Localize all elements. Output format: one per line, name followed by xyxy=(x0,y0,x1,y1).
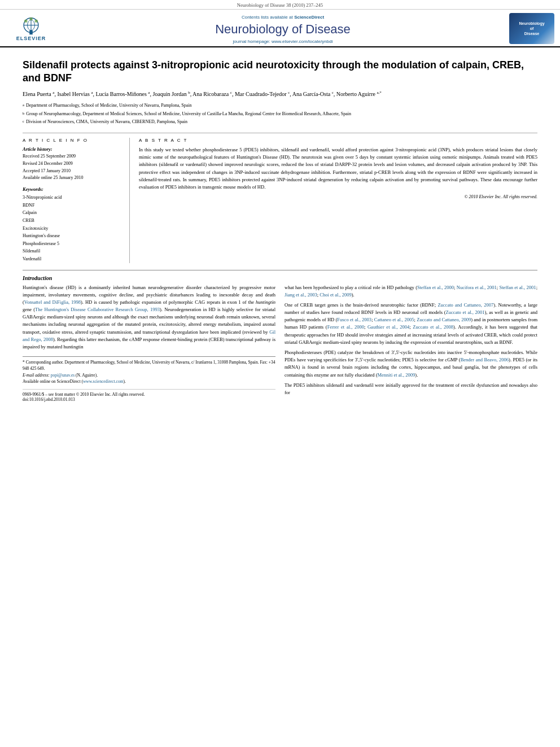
ref-gauthier[interactable]: Gauthier et al., 2004 xyxy=(368,324,409,330)
sciencedirect-link[interactable]: ScienceDirect xyxy=(294,15,324,20)
abstract-text: In this study we tested whether phosphod… xyxy=(139,146,537,191)
footnotes: * Corresponding author. Department of Ph… xyxy=(23,356,275,385)
ref-choi[interactable]: Choi et al., 2009 xyxy=(320,292,351,298)
ref-vonsattel[interactable]: Vonsattel and DiFiglia, 1998 xyxy=(24,299,81,305)
journal-citation: Neurobiology of Disease 38 (2010) 237–24… xyxy=(237,2,323,8)
footer-issn: 0969-9961/$ – see front matter © 2010 El… xyxy=(23,392,275,397)
intro-para-1: Huntington's disease (HD) is a dominantl… xyxy=(23,284,275,351)
elsevier-logo: ELSEVIER xyxy=(6,15,56,43)
keywords-list: 3-Nitropropionic acid BDNF Calpain CREB … xyxy=(23,194,124,263)
revised-date: Revised 24 December 2009 xyxy=(23,160,124,168)
footnote-corresponding: * Corresponding author. Department of Ph… xyxy=(23,359,275,372)
affiliations: a Department of Pharmacology, School of … xyxy=(23,102,537,127)
keyword-8: Sildenafil xyxy=(23,247,124,255)
body-right-text: what has been hypothesized to play a cri… xyxy=(285,284,537,396)
body-right-column: what has been hypothesized to play a cri… xyxy=(285,284,537,403)
keywords-title: Keywords: xyxy=(23,186,124,192)
ref-steffan-2001[interactable]: Steffan et al., 2001 xyxy=(500,285,536,290)
journal-center-header: Contents lists available at ScienceDirec… xyxy=(56,14,509,44)
body-text-columns: Huntington's disease (HD) is a dominantl… xyxy=(23,284,537,403)
footer-info: 0969-9961/$ – see front matter © 2010 El… xyxy=(23,389,275,402)
ref-zuccato-cattaneo-2009[interactable]: Zuccato and Cattaneo, 2009 xyxy=(417,317,471,322)
article-info-label: A R T I C L E I N F O xyxy=(23,138,124,143)
main-content: Sildenafil protects against 3-nitropropi… xyxy=(0,47,560,408)
abstract-label: A B S T R A C T xyxy=(139,138,537,143)
footnote-corresponding-text: Corresponding author. Department of Phar… xyxy=(23,360,275,371)
intro-para-right-3: Phosphodiesterases (PDE) catalyze the br… xyxy=(285,349,537,379)
article-info-abstract: A R T I C L E I N F O Article history: R… xyxy=(23,133,537,263)
ref-steffan-2000[interactable]: Steffan et al., 2000 xyxy=(417,285,454,290)
contents-label: Contents lists available at xyxy=(242,15,293,20)
ref-bender-beavo[interactable]: Bender and Beavo, 2006 xyxy=(461,357,509,362)
contents-available-text: Contents lists available at ScienceDirec… xyxy=(56,14,509,20)
ref-cattaneo[interactable]: Cattaneo et al., 2005 xyxy=(374,317,414,322)
elsevier-tree-icon xyxy=(14,16,48,36)
introduction-heading: Introduction xyxy=(23,275,537,281)
keyword-3: Calpain xyxy=(23,209,124,217)
ref-gil-rego[interactable]: Gil and Rego, 2008 xyxy=(23,329,275,342)
article-info-column: A R T I C L E I N F O Article history: R… xyxy=(23,138,130,263)
article-title: Sildenafil protects against 3-nitropropi… xyxy=(23,59,537,85)
footnote-star: * xyxy=(23,360,25,365)
ref-menniti[interactable]: Menniti et al., 2009 xyxy=(378,372,415,378)
intro-para-right-1: what has been hypothesized to play a cri… xyxy=(285,284,537,299)
affiliation-a: a Department of Pharmacology, School of … xyxy=(23,102,537,111)
available-online-date: Available online 25 January 2010 xyxy=(23,174,124,182)
body-left-text: Huntington's disease (HD) is a dominantl… xyxy=(23,284,275,351)
svg-point-6 xyxy=(29,18,33,21)
logo-neuro-text: Neurobiology of Disease xyxy=(519,21,544,36)
received-date: Received 25 September 2009 xyxy=(23,153,124,160)
sciencedirect-url[interactable]: www.sciencedirect.com xyxy=(83,379,124,384)
ref-zuccato-cattaneo-2007[interactable]: Zuccato and Cattaneo, 2007 xyxy=(438,302,493,308)
article-history-title: Article history: xyxy=(23,146,124,152)
accepted-date: Accepted 17 January 2010 xyxy=(23,168,124,175)
body-left-column: Huntington's disease (HD) is a dominantl… xyxy=(23,284,275,403)
intro-para-right-4: The PDE5 inhibitors sildenafil and varde… xyxy=(285,382,537,396)
ref-zuccato-2001[interactable]: Zuccato et al., 2001 xyxy=(446,309,485,315)
affiliation-c: c Division of Neurosciences, CIMA, Unive… xyxy=(23,119,537,127)
abstract-column: A B S T R A C T In this study we tested … xyxy=(139,138,537,263)
intro-para-right-2: One of CREB target genes is the brain-de… xyxy=(285,302,537,346)
keyword-9: Vardenafil xyxy=(23,255,124,263)
keyword-4: CREB xyxy=(23,217,124,225)
ref-zuccato-2008[interactable]: Zuccato et al., 2008 xyxy=(413,324,453,330)
ref-ferrer[interactable]: Ferrer et al., 2000 xyxy=(327,324,364,330)
journal-header: ELSEVIER Contents lists available at Sci… xyxy=(0,10,560,47)
copyright-notice: © 2010 Elsevier Inc. All rights reserved… xyxy=(139,194,537,199)
body-divider xyxy=(23,270,537,270)
ref-jiang[interactable]: Jiang et al., 2003 xyxy=(285,292,317,298)
footer-doi: doi:10.1016/j.nbd.2010.01.013 xyxy=(23,397,275,402)
keyword-7: Phosphodiesterase 5 xyxy=(23,240,124,248)
elsevier-label: ELSEVIER xyxy=(16,36,46,41)
journal-logo-right: Neurobiology of Disease xyxy=(509,13,554,44)
journal-title: Neurobiology of Disease xyxy=(56,22,509,37)
keyword-6: Huntington's disease xyxy=(23,232,124,240)
keyword-2: BDNF xyxy=(23,202,124,209)
email-link[interactable]: popi@unav.es xyxy=(51,373,75,378)
svg-point-5 xyxy=(24,19,28,23)
keyword-1: 3-Nitropropionic acid xyxy=(23,194,124,202)
keyword-5: Excitotoxicity xyxy=(23,225,124,233)
authors-line: Elena Puerta a, Isabel Hervias a, Lucía … xyxy=(23,90,537,99)
ref-nucifora[interactable]: Nucifora et al., 2001 xyxy=(457,285,497,290)
footnote-email: E-mail address: popi@unav.es (N. Aguirre… xyxy=(23,372,275,378)
ref-fusco[interactable]: Fusco et al., 2003 xyxy=(337,317,371,322)
affiliation-b: b Group of Neuropharmacology, Department… xyxy=(23,111,537,119)
journal-homepage: journal homepage: www.elsevier.com/locat… xyxy=(56,39,509,44)
journal-citation-bar: Neurobiology of Disease 38 (2010) 237–24… xyxy=(0,0,560,10)
svg-point-7 xyxy=(34,19,38,23)
footnote-available-online: Available online on ScienceDirect (www.s… xyxy=(23,378,275,385)
ref-hd-collab[interactable]: The Huntington's Disease Collaborative R… xyxy=(35,307,160,312)
